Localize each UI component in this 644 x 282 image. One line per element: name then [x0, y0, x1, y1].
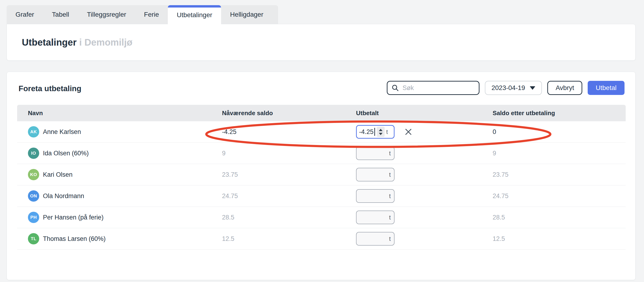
tab-tilleggsregler[interactable]: Tilleggsregler [78, 5, 135, 24]
balance-after: 12.5 [482, 228, 626, 249]
search-box[interactable] [387, 81, 480, 95]
column-header-saldo-etter: Saldo etter utbetaling [482, 105, 626, 121]
unit-label: t [389, 214, 391, 221]
payout-input[interactable]: t [356, 168, 394, 181]
page-subtitle: i Demomiljø [79, 37, 132, 48]
stepper-down-icon[interactable] [379, 133, 382, 135]
balance-after: 0 [482, 121, 626, 142]
name-cell: PH Per Hansen (på ferie) [17, 207, 211, 228]
active-tab-indicator [168, 5, 221, 8]
payout-cell: t [345, 228, 482, 249]
current-balance: 24.75 [211, 185, 345, 207]
unit-label: t [386, 128, 388, 136]
clear-payout-icon[interactable] [405, 128, 412, 135]
payout-cell: t [345, 207, 482, 228]
avatar: ON [28, 190, 39, 202]
balance-after: 9 [482, 143, 626, 164]
payout-controls: 2023-04-19 Avbryt Utbetal [387, 81, 624, 95]
table-row: AK Anne Karlsen -4.25 -4.25 t [17, 121, 626, 143]
payout-cell: t [345, 164, 482, 185]
page-header-card: Utbetalinger i Demomiljø [6, 24, 636, 61]
payout-input[interactable]: t [356, 189, 394, 203]
payout-button[interactable]: Utbetal [588, 81, 624, 95]
current-balance: 23.75 [211, 164, 345, 185]
payout-cell: t [345, 185, 482, 207]
employee-name: Kari Olsen [43, 171, 72, 178]
current-balance: 28.5 [211, 207, 345, 228]
search-icon [392, 84, 399, 91]
name-cell: ON Ola Nordmann [17, 185, 211, 207]
avatar: TL [28, 233, 39, 244]
column-header-naaverende-saldo: Nåværende saldo [211, 105, 345, 121]
payout-card: Foreta utbetaling 2023-04-19 Avbryt Utbe… [6, 72, 636, 280]
tab-utbetalinger[interactable]: Utbetalinger [168, 5, 221, 25]
avatar: AK [28, 126, 39, 137]
tab-tabell[interactable]: Tabell [43, 5, 78, 24]
date-select[interactable]: 2023-04-19 [485, 81, 542, 95]
table-header-row: Navn Nåværende saldo Utbetalt Saldo ette… [17, 105, 626, 121]
payout-table: Navn Nåværende saldo Utbetalt Saldo ette… [17, 105, 626, 249]
avatar: IO [28, 148, 39, 159]
number-stepper[interactable] [377, 127, 385, 137]
balance-after: 23.75 [482, 164, 626, 185]
name-cell: IO Ida Olsen (60%) [17, 143, 211, 164]
table-row: IO Ida Olsen (60%) 9 t 9 [17, 143, 626, 164]
text-caret [374, 128, 375, 136]
employee-name: Ola Nordmann [43, 192, 84, 200]
payout-input[interactable]: -4.25 t [356, 125, 394, 139]
cancel-button[interactable]: Avbryt [547, 81, 582, 95]
avatar: PH [28, 212, 39, 223]
balance-after: 24.75 [482, 185, 626, 207]
table-row: TL Thomas Larsen (60%) 12.5 t 12.5 [17, 228, 626, 249]
tab-bar: Grafer Tabell Tilleggsregler Ferie Utbet… [6, 5, 278, 24]
unit-label: t [389, 150, 391, 157]
payout-cell: t [345, 143, 482, 164]
employee-name: Ida Olsen (60%) [43, 150, 89, 157]
name-cell: AK Anne Karlsen [17, 121, 211, 142]
current-balance: -4.25 [211, 121, 345, 142]
tab-label: Utbetalinger [177, 11, 212, 19]
name-cell: TL Thomas Larsen (60%) [17, 228, 211, 249]
employee-name: Per Hansen (på ferie) [43, 214, 104, 221]
payout-input-value: -4.25 [359, 128, 374, 136]
unit-label: t [389, 235, 391, 242]
date-select-value: 2023-04-19 [492, 84, 525, 92]
table-row: ON Ola Nordmann 24.75 t 24.75 [17, 185, 626, 207]
stepper-up-icon[interactable] [379, 129, 382, 131]
section-title: Foreta utbetaling [18, 84, 82, 93]
tab-ferie[interactable]: Ferie [135, 5, 168, 24]
payout-input[interactable]: t [356, 146, 394, 160]
name-cell: KO Kari Olsen [17, 164, 211, 185]
payout-input[interactable]: t [356, 210, 394, 224]
column-header-navn: Navn [17, 105, 211, 121]
page-heading: Utbetalinger i Demomiljø [22, 37, 132, 48]
column-header-utbetalt: Utbetalt [345, 105, 482, 121]
avatar: KO [28, 169, 39, 180]
current-balance: 12.5 [211, 228, 345, 249]
table-row: KO Kari Olsen 23.75 t 23.75 [17, 164, 626, 185]
payout-input[interactable]: t [356, 232, 394, 245]
search-input[interactable] [402, 84, 474, 92]
unit-label: t [389, 192, 391, 200]
employee-name: Thomas Larsen (60%) [43, 235, 106, 242]
current-balance: 9 [211, 143, 345, 164]
unit-label: t [389, 171, 391, 178]
payout-cell: -4.25 t [345, 121, 482, 142]
table-row: PH Per Hansen (på ferie) 28.5 t 28.5 [17, 207, 626, 228]
page-title: Utbetalinger [22, 37, 76, 48]
tab-helligdager[interactable]: Helligdager [221, 5, 272, 24]
chevron-down-icon [530, 86, 535, 90]
balance-after: 28.5 [482, 207, 626, 228]
tab-grafer[interactable]: Grafer [6, 5, 43, 24]
employee-name: Anne Karlsen [43, 128, 81, 136]
